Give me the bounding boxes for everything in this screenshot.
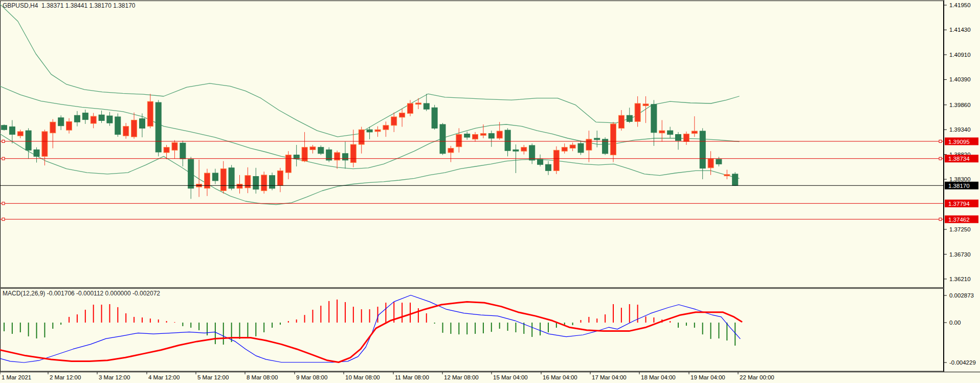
candle-body: [627, 115, 632, 121]
candle-body: [205, 173, 210, 188]
candle: [2, 124, 7, 131]
price-axis-label: 1.36210: [949, 276, 971, 282]
candle: [521, 145, 527, 155]
price-axis-label: 1.41430: [949, 27, 971, 33]
candle-body: [147, 101, 153, 126]
candle: [415, 98, 421, 109]
candle: [318, 145, 324, 155]
candle-body: [505, 130, 510, 151]
candle-body: [131, 120, 137, 137]
candle-body: [667, 131, 673, 135]
time-axis-label: 1 Mar 2021: [2, 374, 31, 380]
price-axis-label: 1.39340: [949, 126, 971, 133]
candle-body: [261, 175, 267, 191]
candle: [359, 127, 364, 154]
candle: [245, 167, 251, 193]
candle-body: [107, 116, 113, 123]
candle: [147, 94, 153, 128]
candle: [578, 141, 584, 155]
candle: [123, 123, 129, 139]
candle-body: [538, 159, 543, 164]
candle: [456, 128, 462, 153]
price-axis-label: 1.40390: [949, 76, 971, 82]
price-badge-text: 1.39095: [948, 139, 970, 145]
candle-body: [578, 143, 584, 153]
candle-body: [732, 174, 738, 185]
time-axis-label: 5 Mar 12:00: [197, 374, 229, 380]
macd-axis-label: -0.004229: [949, 359, 976, 366]
line-drag-handle[interactable]: [2, 140, 5, 143]
candle-body: [180, 143, 186, 159]
candle: [107, 112, 113, 126]
candle: [220, 161, 226, 194]
candle-body: [9, 127, 15, 135]
candle-body: [497, 131, 502, 138]
candle-body: [294, 155, 299, 159]
line-drag-handle[interactable]: [2, 202, 5, 205]
candle-body: [42, 132, 48, 157]
candle: [66, 118, 72, 134]
candle-body: [212, 173, 218, 181]
candle: [399, 109, 405, 126]
candle: [724, 170, 730, 180]
candle: [335, 151, 340, 168]
price-badge-text: 1.38734: [948, 156, 970, 162]
chart-canvas[interactable]: 1.419501.414301.409101.403901.398601.393…: [0, 0, 980, 383]
time-axis-label: 19 Mar 04:00: [691, 374, 725, 380]
candle-body: [513, 150, 519, 151]
candle-body: [553, 150, 559, 171]
time-axis-label: 4 Mar 12:00: [148, 374, 180, 380]
candle: [50, 119, 56, 148]
candle: [553, 146, 559, 174]
candle: [172, 140, 177, 159]
candle-body: [140, 119, 145, 129]
time-axis-label: 9 Mar 08:00: [296, 374, 327, 380]
line-drag-handle[interactable]: [939, 157, 942, 160]
candle-body: [399, 113, 405, 117]
line-drag-handle[interactable]: [939, 140, 942, 143]
candle-body: [220, 169, 226, 191]
candle-body: [115, 117, 121, 135]
price-badge-1.38734: 1.38734: [945, 155, 978, 162]
time-axis-label: 8 Mar 08:00: [247, 374, 278, 380]
candle-body: [473, 135, 478, 139]
time-axis[interactable]: 1 Mar 20212 Mar 12:003 Mar 12:004 Mar 12…: [0, 372, 774, 380]
candle-body: [546, 164, 551, 171]
macd-axis[interactable]: 0.0028730.00-0.004229: [944, 292, 976, 366]
macd-axis-label: 0.00: [949, 320, 961, 326]
candle: [643, 96, 649, 123]
price-axis-label: 1.36730: [949, 251, 971, 258]
candle-body: [480, 134, 486, 136]
candle-body: [643, 104, 649, 106]
candle-body: [676, 135, 681, 141]
line-drag-handle[interactable]: [2, 218, 5, 221]
candle-body: [432, 108, 437, 128]
candle-body: [383, 125, 389, 130]
macd-signal-line: [0, 302, 742, 362]
line-drag-handle[interactable]: [2, 157, 5, 160]
candle: [676, 132, 681, 150]
candle: [432, 105, 437, 130]
price-axis-label: 1.40910: [949, 52, 971, 58]
candle: [310, 145, 316, 154]
candle-body: [700, 131, 705, 168]
candle-body: [367, 130, 372, 132]
candle-body: [594, 138, 600, 140]
candle-body: [302, 147, 307, 161]
price-badge-1.39095: 1.39095: [945, 138, 978, 145]
candle-body: [34, 150, 39, 156]
candle: [424, 94, 429, 111]
candle: [505, 128, 510, 156]
candle: [99, 111, 104, 123]
candle-body: [82, 113, 88, 120]
candle-body: [415, 103, 421, 104]
line-drag-handle[interactable]: [939, 218, 942, 221]
candle-body: [343, 154, 348, 160]
candle: [253, 168, 259, 194]
candle-body: [253, 177, 259, 189]
price-axis[interactable]: 1.419501.414301.409101.403901.398601.393…: [944, 2, 978, 282]
time-axis-label: 12 Mar 08:00: [444, 374, 479, 380]
candle-body: [635, 103, 640, 121]
candle: [627, 108, 632, 123]
candle-body: [26, 131, 31, 150]
